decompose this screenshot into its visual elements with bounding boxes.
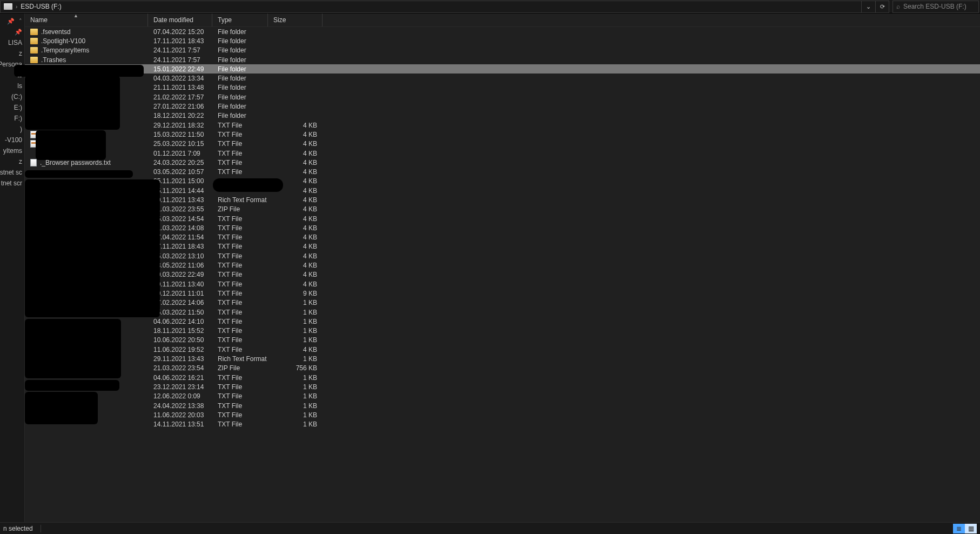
table-row[interactable]: 10.06.2022 20:50TXT File1 KB <box>25 336 980 345</box>
file-name: .Trashes <box>41 56 66 64</box>
cell-size: 1 KB <box>268 374 323 382</box>
blank-icon <box>30 196 38 204</box>
table-row[interactable]: 15.03.2022 11:50TXT File1 KB <box>25 308 980 317</box>
table-row[interactable]: 04.06.2022 14:10TXT File1 KB <box>25 317 980 326</box>
table-row[interactable]: 23.12.2021 23:14TXT File1 KB <box>25 382 980 391</box>
nav-item[interactable]: (C:) <box>0 91 22 102</box>
history-dropdown-button[interactable]: ⌄ <box>861 1 875 13</box>
nav-item[interactable]: ) <box>0 124 22 135</box>
table-row[interactable]: 29.12.2021 18:32TXT File4 KB <box>25 121 980 130</box>
nav-item[interactable]: Persona <box>0 59 22 70</box>
text-file-icon <box>30 131 37 138</box>
file-name: .TemporaryItems <box>41 46 89 54</box>
table-row[interactable]: ._Browser passwords.txt24.03.2022 20:25T… <box>25 158 980 167</box>
table-row[interactable]: 31.03.2022 14:08TXT File4 KB <box>25 223 980 232</box>
nav-item[interactable]: estnet sc <box>0 167 22 178</box>
table-row[interactable]: 11.06.2022 19:52TXT File4 KB <box>25 345 980 354</box>
cell-date: 24.11.2021 7:57 <box>148 46 212 54</box>
navigation-pane[interactable]: 📌˄📌LISAzPersonatsls(C:)E:)F:))-V100yItem… <box>0 14 25 522</box>
table-row[interactable]: 29.11.2021 13:40TXT File4 KB <box>25 279 980 289</box>
table-row[interactable]: 18.12.2021 20:22File folder <box>25 111 980 121</box>
header-name[interactable]: Name ▲ <box>25 14 148 26</box>
table-row[interactable]: 04.06.2022 16:21TXT File1 KB <box>25 373 980 382</box>
cell-name <box>25 66 148 72</box>
table-row[interactable]: 25.11.2021 14:444 KB <box>25 186 980 195</box>
table-row[interactable]: 25.11.2021 15:004 KB <box>25 177 980 186</box>
table-row[interactable]: 03.05.2022 10:57TXT File4 KB <box>25 167 980 176</box>
table-row[interactable]: 29.11.2021 13:43Rich Text Format4 KB <box>25 195 980 204</box>
nav-item[interactable]: -V100 <box>0 135 22 145</box>
table-row[interactable]: .fseventsd07.04.2022 15:20File folder <box>25 27 980 36</box>
search-input[interactable]: ⌕ Search ESD-USB (F:) <box>892 1 979 13</box>
table-row[interactable]: 25.03.2022 10:15TXT File4 KB <box>25 139 980 149</box>
tiles-view-button[interactable]: ▦ <box>965 524 977 533</box>
header-type[interactable]: Type <box>212 14 268 26</box>
nav-item[interactable]: F:) <box>0 113 22 124</box>
table-row[interactable]: 11.06.2022 20:03TXT File1 KB <box>25 410 980 419</box>
cell-size: 1 KB <box>268 392 323 400</box>
details-view-button[interactable]: ≣ <box>953 524 965 533</box>
table-row[interactable]: 15.01.2022 22:49File folder <box>25 64 980 74</box>
table-row[interactable]: 07.04.2022 11:54TXT File4 KB <box>25 233 980 242</box>
nav-item[interactable]: yItems <box>0 145 22 156</box>
nav-item[interactable]: LISA <box>0 37 22 48</box>
cell-type: TXT File <box>212 411 268 419</box>
table-row[interactable]: 12.06.2022 0:09TXT File1 KB <box>25 392 980 401</box>
nav-item[interactable]: ts <box>0 70 22 81</box>
table-row[interactable]: 18.11.2021 15:52TXT File1 KB <box>25 326 980 336</box>
nav-item[interactable]: z <box>0 48 22 59</box>
table-row[interactable]: 15.03.2022 14:54TXT File4 KB <box>25 214 980 223</box>
cell-type: TXT File <box>212 252 268 260</box>
file-rows[interactable]: .fseventsd07.04.2022 15:20File folder.Sp… <box>25 27 980 522</box>
cell-date: 24.03.2022 20:25 <box>148 159 212 166</box>
cell-type: TXT File <box>212 336 268 344</box>
table-row[interactable]: 21.02.2022 17:57File folder <box>25 92 980 102</box>
cell-name <box>25 177 148 185</box>
table-row[interactable]: 04.03.2022 13:34File folder <box>25 74 980 83</box>
header-date-modified[interactable]: Date modified <box>148 14 212 26</box>
blank-icon <box>30 233 38 241</box>
nav-item[interactable]: ls <box>0 81 22 91</box>
table-row[interactable]: 17.11.2021 18:43TXT File4 KB <box>25 242 980 251</box>
table-row[interactable]: 21.03.2022 23:54ZIP File756 KB <box>25 364 980 373</box>
cell-date: 15.03.2022 14:54 <box>148 215 212 223</box>
cell-date: 25.11.2021 14:44 <box>148 187 212 195</box>
table-row[interactable]: .Spotlight-V10017.11.2021 18:43File fold… <box>25 36 980 45</box>
table-row[interactable]: 14.11.2021 13:51TXT File1 KB <box>25 419 980 429</box>
table-row[interactable]: 15.03.2022 13:10TXT File4 KB <box>25 251 980 261</box>
refresh-button[interactable]: ⟳ <box>875 1 889 13</box>
cell-name <box>25 243 148 250</box>
table-row[interactable]: 27.02.2022 14:06TXT File1 KB <box>25 298 980 308</box>
folder-icon <box>30 57 38 63</box>
nav-item[interactable]: z <box>0 156 22 167</box>
nav-item[interactable]: tnet scr <box>0 178 22 189</box>
cell-size: 4 KB <box>268 205 323 213</box>
table-row[interactable]: 27.01.2022 21:06File folder <box>25 102 980 111</box>
table-row[interactable]: 01.12.2021 7:09TXT File4 KB <box>25 149 980 158</box>
table-row[interactable]: 21.11.2021 13:48File folder <box>25 83 980 92</box>
cell-type: TXT File <box>212 318 268 325</box>
breadcrumb[interactable]: › ESD-USB (F:) <box>0 1 861 13</box>
table-row[interactable]: 15.03.2022 11:50TXT File4 KB <box>25 130 980 139</box>
cell-name <box>25 103 148 110</box>
table-row[interactable]: 03.05.2022 11:06TXT File4 KB <box>25 261 980 270</box>
cell-type: TXT File <box>212 290 268 297</box>
table-row[interactable]: 21.03.2022 23:55ZIP File4 KB <box>25 205 980 214</box>
table-row[interactable]: .Trashes24.11.2021 7:57File folder <box>25 55 980 64</box>
location-text[interactable]: ESD-USB (F:) <box>21 3 61 10</box>
cell-date: 15.01.2022 22:49 <box>148 65 212 73</box>
blank-icon <box>30 336 38 344</box>
cell-size: 4 KB <box>268 150 323 157</box>
view-toggle: ≣ ▦ <box>953 524 977 533</box>
cell-type: Rich Text Format <box>212 196 268 204</box>
folder-icon <box>30 66 38 72</box>
cell-date: 03.05.2022 11:06 <box>148 262 212 269</box>
table-row[interactable]: .TemporaryItems24.11.2021 7:57File folde… <box>25 46 980 55</box>
nav-item[interactable]: E:) <box>0 102 22 113</box>
table-row[interactable]: 29.12.2021 11:01TXT File9 KB <box>25 289 980 298</box>
table-row[interactable]: 20.03.2022 22:49TXT File4 KB <box>25 270 980 279</box>
header-size[interactable]: Size <box>268 14 323 26</box>
table-row[interactable]: 29.11.2021 13:43Rich Text Format1 KB <box>25 354 980 363</box>
cell-name <box>25 374 148 382</box>
table-row[interactable]: 24.04.2022 13:38TXT File1 KB <box>25 401 980 410</box>
